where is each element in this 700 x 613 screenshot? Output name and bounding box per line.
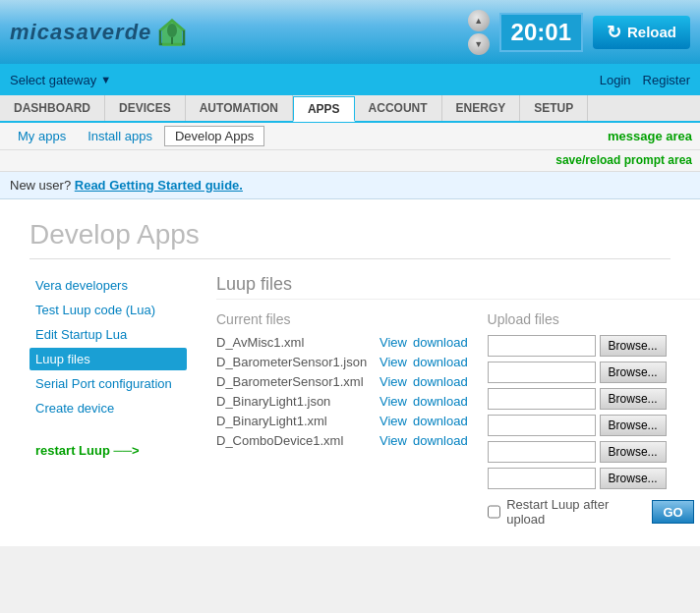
view-link-1[interactable]: View: [379, 355, 407, 369]
prompt-text: save/reload prompt area: [555, 153, 692, 167]
sub-nav-developapps[interactable]: Develop Apps: [164, 126, 264, 146]
upload-input-0[interactable]: [488, 335, 596, 357]
logo-icon: [156, 17, 188, 48]
upload-input-5[interactable]: [488, 468, 596, 489]
sidebar: Vera developers Test Luup code (Lua) Edi…: [29, 274, 187, 527]
file-name-5: D_ComboDevice1.xml: [216, 433, 374, 448]
info-text: New user?: [10, 178, 71, 193]
browse-btn-2[interactable]: Browse...: [600, 388, 667, 410]
restart-checkbox[interactable]: [488, 505, 501, 519]
sub-nav-installapps[interactable]: Install apps: [78, 127, 162, 145]
upload-row-0: Browse...: [488, 335, 700, 357]
nav-item-account[interactable]: ACCOUNT: [355, 95, 442, 121]
restart-luup-label: restart Luup ──>: [29, 439, 187, 462]
upload-input-3[interactable]: [488, 415, 596, 436]
view-link-0[interactable]: View: [379, 335, 407, 350]
restart-luup-text: restart Luup: [35, 443, 110, 458]
reload-button[interactable]: ↻ Reload: [593, 16, 690, 49]
sub-nav: My apps Install apps Develop Apps messag…: [0, 123, 700, 150]
file-name-4: D_BinaryLight1.xml: [216, 414, 374, 428]
browse-btn-4[interactable]: Browse...: [600, 441, 667, 463]
file-row: D_ComboDevice1.xml View download: [216, 433, 468, 448]
file-row: D_BarometerSensor1.xml View download: [216, 374, 468, 389]
message-area: message area: [608, 129, 692, 143]
content-area: Vera developers Test Luup code (Lua) Edi…: [29, 274, 671, 527]
download-link-0[interactable]: download: [413, 335, 468, 350]
gateway-arrow-icon: ▼: [100, 74, 111, 85]
download-link-4[interactable]: download: [413, 414, 468, 428]
header-right: ▲ ▼ 20:01 ↻ Reload: [468, 10, 690, 55]
main-content: Develop Apps Vera developers Test Luup c…: [0, 199, 700, 546]
header: micasaverde ▲ ▼ 20:01 ↻ Reload: [0, 0, 700, 64]
file-row: D_BinaryLight1.json View download: [216, 394, 468, 409]
gateway-select[interactable]: Select gateway ▼: [10, 73, 111, 87]
sub-nav-myapps[interactable]: My apps: [8, 127, 76, 145]
nav-item-dashboard[interactable]: DASHBOARD: [0, 95, 105, 121]
upload-input-1[interactable]: [488, 362, 596, 383]
reload-label: Reload: [627, 24, 676, 40]
nav-bar: DASHBOARD DEVICES AUTOMATION APPS ACCOUN…: [0, 95, 700, 123]
view-link-5[interactable]: View: [379, 433, 407, 448]
scroll-up-btn[interactable]: ▲: [468, 10, 490, 31]
nav-item-energy[interactable]: ENERGY: [442, 95, 521, 121]
file-row: D_BarometerSensor1.json View download: [216, 355, 468, 369]
file-name-3: D_BinaryLight1.json: [216, 394, 374, 409]
nav-item-devices[interactable]: DEVICES: [105, 95, 186, 121]
upload-input-4[interactable]: [488, 441, 596, 463]
view-link-4[interactable]: View: [379, 414, 407, 428]
upload-row-5: Browse...: [488, 468, 700, 489]
view-link-3[interactable]: View: [379, 394, 407, 409]
file-row: D_BinaryLight1.xml View download: [216, 414, 468, 428]
restart-row: Restart Luup after upload GO: [488, 497, 700, 527]
toolbar: Select gateway ▼ Login Register: [0, 64, 700, 95]
nav-item-automation[interactable]: AUTOMATION: [186, 95, 293, 121]
time-display: 20:01: [499, 13, 583, 52]
nav-item-setup[interactable]: SETUP: [520, 95, 588, 121]
sidebar-item-edit-startup[interactable]: Edit Startup Lua: [29, 323, 187, 346]
file-name-1: D_BarometerSensor1.json: [216, 355, 374, 369]
browse-btn-0[interactable]: Browse...: [600, 335, 667, 357]
scroll-controls: ▲ ▼: [468, 10, 490, 55]
register-link[interactable]: Register: [643, 73, 690, 87]
getting-started-link[interactable]: Read Getting Started guide.: [75, 178, 243, 193]
prompt-bar: save/reload prompt area: [0, 150, 700, 172]
sidebar-item-test-luup[interactable]: Test Luup code (Lua): [29, 299, 187, 321]
download-link-1[interactable]: download: [413, 355, 468, 369]
logo-text: micasaverde: [10, 20, 151, 45]
file-row: D_AvMisc1.xml View download: [216, 335, 468, 350]
file-name-2: D_BarometerSensor1.xml: [216, 374, 374, 389]
login-link[interactable]: Login: [600, 73, 631, 87]
files-panel: Luup files Current files D_AvMisc1.xml V…: [216, 274, 700, 527]
sidebar-item-create-device[interactable]: Create device: [29, 397, 187, 419]
info-bar: New user? Read Getting Started guide.: [0, 172, 700, 199]
view-link-2[interactable]: View: [379, 374, 407, 389]
go-button[interactable]: GO: [652, 500, 693, 524]
gateway-label: Select gateway: [10, 73, 96, 87]
browse-btn-5[interactable]: Browse...: [600, 468, 667, 489]
reload-icon: ↻: [607, 22, 621, 43]
download-link-2[interactable]: download: [413, 374, 468, 389]
nav-item-apps[interactable]: APPS: [293, 96, 355, 122]
logo-area: micasaverde: [10, 17, 188, 48]
current-files-section: Current files D_AvMisc1.xml View downloa…: [216, 311, 468, 527]
sidebar-item-vera-developers[interactable]: Vera developers: [29, 274, 187, 297]
browse-btn-3[interactable]: Browse...: [600, 415, 667, 436]
upload-input-2[interactable]: [488, 388, 596, 410]
restart-arrow-icon: ──>: [113, 443, 139, 458]
upload-row-4: Browse...: [488, 441, 700, 463]
page-title: Develop Apps: [29, 219, 671, 259]
browse-btn-1[interactable]: Browse...: [600, 362, 667, 383]
sidebar-item-luup-files[interactable]: Luup files: [29, 348, 187, 370]
scroll-down-btn[interactable]: ▼: [468, 33, 490, 55]
luup-files-title: Luup files: [216, 274, 700, 300]
upload-files-header: Upload files: [488, 311, 700, 327]
upload-row-2: Browse...: [488, 388, 700, 410]
upload-row-1: Browse...: [488, 362, 700, 383]
current-files-header: Current files: [216, 311, 468, 327]
upload-files-section: Upload files Browse... Browse... Browse.…: [488, 311, 700, 527]
upload-row-3: Browse...: [488, 415, 700, 436]
restart-after-upload-label: Restart Luup after upload: [506, 497, 646, 527]
download-link-3[interactable]: download: [413, 394, 468, 409]
sidebar-item-serial-port[interactable]: Serial Port configuration: [29, 372, 187, 395]
download-link-5[interactable]: download: [413, 433, 468, 448]
